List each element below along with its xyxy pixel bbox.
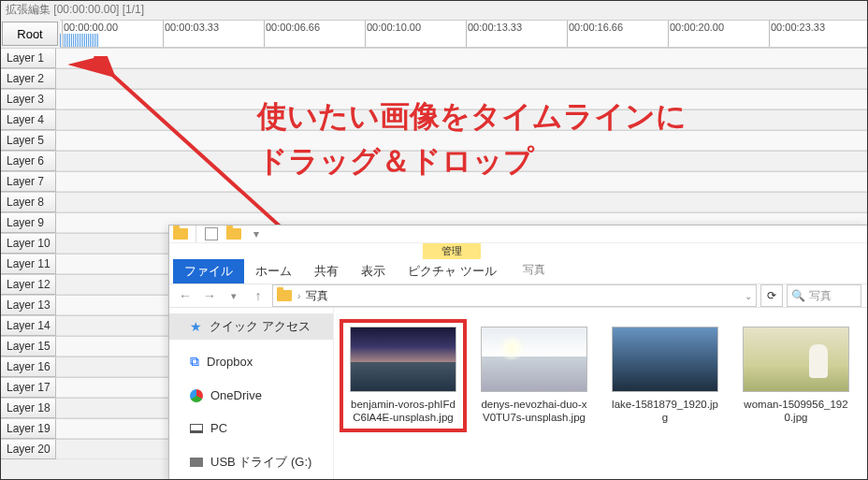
tab-share[interactable]: 共有 <box>303 259 350 284</box>
contextual-manage-label: 管理 <box>423 243 481 259</box>
ruler-tick <box>769 21 770 47</box>
layer-label[interactable]: Layer 10 <box>0 234 56 254</box>
ruler-tick <box>365 21 366 47</box>
chevron-right-icon: › <box>297 291 300 301</box>
file-grid[interactable]: benjamin-voros-phIFdC6lA4E-unsplash.jpg … <box>334 308 867 480</box>
nav-usb[interactable]: USB ドライブ (G:) <box>169 449 333 475</box>
file-name: benjamin-voros-phIFdC6lA4E-unsplash.jpg <box>347 398 459 425</box>
layer-label[interactable]: Layer 2 <box>0 69 56 89</box>
ruler-tick <box>163 21 164 47</box>
nav-quick-access[interactable]: ★ クイック アクセス <box>169 313 333 340</box>
file-thumbnail <box>743 327 849 392</box>
ruler-tick <box>466 21 467 47</box>
nav-pc[interactable]: PC <box>169 416 333 440</box>
ruler-tick <box>567 21 568 47</box>
folder-icon <box>172 225 189 242</box>
layer-label[interactable]: Layer 7 <box>0 172 56 192</box>
contextual-tab-group: 管理 ピクチャ ツール <box>397 243 508 284</box>
address-folder: 写真 <box>306 288 328 304</box>
file-item[interactable]: lake-1581879_1920.jpg <box>609 327 721 425</box>
navigation-pane: ★ クイック アクセス ⧉ Dropbox OneDrive PC USB ドラ… <box>169 308 334 480</box>
nav-onedrive[interactable]: OneDrive <box>169 384 333 407</box>
layer-track[interactable] <box>56 69 868 89</box>
ruler-timecode: 00:00:16.66 <box>569 22 623 33</box>
layer-track[interactable] <box>56 193 868 212</box>
layer-label[interactable]: Layer 5 <box>0 131 56 151</box>
layer-label[interactable]: Layer 11 <box>0 255 56 274</box>
ruler-timecode: 00:00:03.33 <box>165 22 219 33</box>
ruler-tick <box>264 21 265 47</box>
folder-icon <box>277 290 292 301</box>
file-name: woman-1509956_1920.jpg <box>740 398 852 425</box>
file-item[interactable]: denys-nevozhai-duo-xV0TU7s-unsplash.jpg <box>478 327 590 425</box>
layer-row[interactable]: Layer 6 <box>0 151 868 171</box>
refresh-button[interactable]: ⟳ <box>760 284 783 307</box>
tab-view[interactable]: 表示 <box>350 259 397 284</box>
layer-label[interactable]: Layer 1 <box>0 49 56 68</box>
star-icon: ★ <box>190 319 202 334</box>
nav-forward-button[interactable]: → <box>199 285 220 306</box>
layer-label[interactable]: Layer 18 <box>0 399 56 418</box>
layer-label[interactable]: Layer 12 <box>0 275 56 295</box>
layer-track[interactable] <box>56 131 868 151</box>
layer-label[interactable]: Layer 8 <box>0 193 56 212</box>
layer-track[interactable] <box>56 172 868 192</box>
tab-picture-tools[interactable]: ピクチャ ツール <box>397 259 508 284</box>
ruler-tick <box>668 21 669 47</box>
layer-row[interactable]: Layer 2 <box>0 68 868 89</box>
layer-label[interactable]: Layer 15 <box>0 337 56 356</box>
pc-icon <box>190 424 203 433</box>
qat-dropdown-icon[interactable]: ▾ <box>248 225 265 242</box>
search-input[interactable]: 🔍 写真 <box>787 284 861 307</box>
usb-icon <box>190 458 203 467</box>
file-item[interactable]: benjamin-voros-phIFdC6lA4E-unsplash.jpg <box>347 327 459 425</box>
file-name: lake-1581879_1920.jpg <box>609 398 721 425</box>
layer-label[interactable]: Layer 9 <box>0 213 56 233</box>
explorer-window: ▾ ファイル ホーム 共有 表示 管理 ピクチャ ツール 写真 ← → ▾ ↑ … <box>168 225 868 480</box>
layer-row[interactable]: Layer 5 <box>0 130 868 151</box>
onedrive-icon <box>190 389 203 402</box>
open-folder-icon[interactable] <box>225 225 242 242</box>
layer-row[interactable]: Layer 3 <box>0 89 868 109</box>
file-item[interactable]: woman-1509956_1920.jpg <box>740 327 852 425</box>
layer-label[interactable]: Layer 17 <box>0 378 56 398</box>
layer-label[interactable]: Layer 4 <box>0 110 56 130</box>
layer-track[interactable] <box>56 49 868 68</box>
timeline-ruler[interactable]: 00:00:00.0000:00:03.3300:00:06.6600:00:1… <box>60 20 868 48</box>
layer-row[interactable]: Layer 4 <box>0 109 868 130</box>
layer-track[interactable] <box>56 152 868 171</box>
layer-track[interactable] <box>56 90 868 109</box>
layer-label[interactable]: Layer 19 <box>0 419 56 439</box>
nav-dropbox[interactable]: ⧉ Dropbox <box>169 349 333 374</box>
tab-home[interactable]: ホーム <box>244 259 303 284</box>
address-dropdown-icon[interactable]: ⌄ <box>745 291 752 301</box>
address-bar: ← → ▾ ↑ › 写真 ⌄ ⟳ 🔍 写真 <box>169 284 867 308</box>
address-box[interactable]: › 写真 ⌄ <box>272 284 757 307</box>
ruler-timecode: 00:00:20.00 <box>670 22 724 33</box>
layer-row[interactable]: Layer 8 <box>0 192 868 212</box>
dropbox-icon: ⧉ <box>190 354 199 370</box>
file-name: denys-nevozhai-duo-xV0TU7s-unsplash.jpg <box>478 398 590 425</box>
ruler-timecode: 00:00:23.33 <box>771 22 825 33</box>
layer-track[interactable] <box>56 110 868 130</box>
layer-label[interactable]: Layer 3 <box>0 90 56 109</box>
explorer-qat: ▾ <box>169 225 867 243</box>
properties-icon[interactable] <box>203 225 220 242</box>
layer-row[interactable]: Layer 7 <box>0 171 868 192</box>
layer-label[interactable]: Layer 20 <box>0 440 56 459</box>
layer-label[interactable]: Layer 16 <box>0 357 56 377</box>
ribbon-tabs: ファイル ホーム 共有 表示 <box>169 255 397 284</box>
ruler-timecode: 00:00:00.00 <box>64 22 118 33</box>
nav-recent-dropdown[interactable]: ▾ <box>224 285 244 306</box>
nav-back-button[interactable]: ← <box>175 285 195 306</box>
layer-label[interactable]: Layer 6 <box>0 152 56 171</box>
layer-label[interactable]: Layer 13 <box>0 296 56 315</box>
layer-row[interactable]: Layer 1 <box>0 48 868 68</box>
layer-label[interactable]: Layer 14 <box>0 316 56 336</box>
tab-file[interactable]: ファイル <box>173 259 244 284</box>
ruler-tick <box>62 21 63 47</box>
contextual-group-title: 写真 <box>508 262 560 284</box>
file-thumbnail <box>612 327 718 392</box>
nav-up-button[interactable]: ↑ <box>248 285 268 306</box>
root-button[interactable]: Root <box>2 22 58 46</box>
